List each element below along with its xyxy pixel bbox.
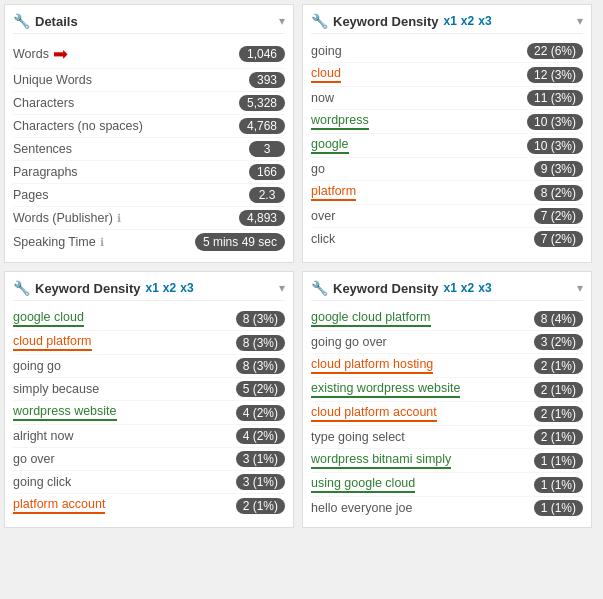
kd3-x1-link[interactable]: x1 [443,281,456,295]
info-icon-speaking[interactable]: ℹ [100,236,104,249]
characters-nospaces-label: Characters (no spaces) [13,119,143,133]
kd-word: click [311,232,335,247]
unique-words-badge: 393 [249,72,285,88]
list-item: going go8 (3%) [13,355,285,378]
kd3-x3-link[interactable]: x3 [478,281,491,295]
kd-badge: 2 (1%) [534,429,583,445]
details-chevron[interactable]: ▾ [279,14,285,28]
speaking-time-label: Speaking Time [13,235,96,249]
kd3-links: x1 x2 x3 [443,281,491,295]
kd-badge: 3 (1%) [236,451,285,467]
kd-word: going click [13,475,71,490]
kd2-title: 🔧 Keyword Density x1 x2 x3 [13,280,194,296]
kd2-panel: 🔧 Keyword Density x1 x2 x3 ▾ google clou… [4,271,294,528]
kd-badge: 4 (2%) [236,428,285,444]
kd-badge: 8 (3%) [236,335,285,351]
kd-word: cloud platform [13,334,92,351]
kd-word: wordpress website [13,404,117,421]
wrench-icon-kd1: 🔧 [311,13,328,29]
paragraphs-badge: 166 [249,164,285,180]
kd-badge: 10 (3%) [527,114,583,130]
info-icon-publisher[interactable]: ℹ [117,212,121,225]
kd-badge: 1 (1%) [534,453,583,469]
kd-badge: 3 (1%) [236,474,285,490]
words-publisher-label: Words (Publisher) [13,211,113,225]
wrench-icon-kd3: 🔧 [311,280,328,296]
kd3-x2-link[interactable]: x2 [461,281,474,295]
kd-word: cloud platform account [311,405,437,422]
words-row: Words ➡ 1,046 [13,40,285,69]
kd2-x1-link[interactable]: x1 [145,281,158,295]
words-publisher-badge: 4,893 [239,210,285,226]
kd-word: going [311,44,342,59]
details-header: 🔧 Details ▾ [13,13,285,34]
kd3-panel: 🔧 Keyword Density x1 x2 x3 ▾ google clou… [302,271,592,528]
kd-badge: 9 (3%) [534,161,583,177]
kd-badge: 8 (4%) [534,311,583,327]
list-item: wordpress website4 (2%) [13,401,285,425]
list-item: using google cloud1 (1%) [311,473,583,497]
kd-word: go over [13,452,55,467]
kd-word: now [311,91,334,106]
kd-word: cloud [311,66,341,83]
kd-badge: 7 (2%) [534,231,583,247]
kd2-x2-link[interactable]: x2 [163,281,176,295]
sentences-label: Sentences [13,142,72,156]
list-item: go over3 (1%) [13,448,285,471]
speaking-time-badge: 5 mins 49 sec [195,233,285,251]
list-item: go9 (3%) [311,158,583,181]
list-item: going click3 (1%) [13,471,285,494]
kd1-chevron[interactable]: ▾ [577,14,583,28]
kd1-title: 🔧 Keyword Density x1 x2 x3 [311,13,492,29]
kd2-links: x1 x2 x3 [145,281,193,295]
kd-badge: 2 (1%) [236,498,285,514]
list-item: cloud12 (3%) [311,63,583,87]
list-item: alright now4 (2%) [13,425,285,448]
list-item: wordpress bitnami simply1 (1%) [311,449,583,473]
pages-badge: 2.3 [249,187,285,203]
kd-badge: 7 (2%) [534,208,583,224]
kd-word: using google cloud [311,476,415,493]
kd3-header: 🔧 Keyword Density x1 x2 x3 ▾ [311,280,583,301]
details-title-text: Details [35,14,78,29]
words-left: Words ➡ [13,43,72,65]
unique-words-row: Unique Words 393 [13,69,285,92]
kd-word: simply because [13,382,99,397]
list-item: existing wordpress website2 (1%) [311,378,583,402]
kd-badge: 8 (3%) [236,311,285,327]
kd-badge: 4 (2%) [236,405,285,421]
kd3-title: 🔧 Keyword Density x1 x2 x3 [311,280,492,296]
kd1-x3-link[interactable]: x3 [478,14,491,28]
kd-word: going go [13,359,61,374]
list-item: google cloud8 (3%) [13,307,285,331]
kd1-x1-link[interactable]: x1 [443,14,456,28]
kd-badge: 1 (1%) [534,477,583,493]
list-item: going22 (6%) [311,40,583,63]
unique-words-label: Unique Words [13,73,92,87]
kd-badge: 1 (1%) [534,500,583,516]
list-item: type going select2 (1%) [311,426,583,449]
paragraphs-label: Paragraphs [13,165,78,179]
kd-word: existing wordpress website [311,381,460,398]
kd1-x2-link[interactable]: x2 [461,14,474,28]
kd-word: platform account [13,497,105,514]
words-label: Words [13,47,49,61]
kd3-chevron[interactable]: ▾ [577,281,583,295]
kd-word: wordpress bitnami simply [311,452,451,469]
characters-badge: 5,328 [239,95,285,111]
list-item: google cloud platform8 (4%) [311,307,583,331]
kd2-rows: google cloud8 (3%)cloud platform8 (3%)go… [13,307,285,517]
arrow-icon: ➡ [53,43,68,65]
kd2-chevron[interactable]: ▾ [279,281,285,295]
kd1-rows: going22 (6%)cloud12 (3%)now11 (3%)wordpr… [311,40,583,250]
wrench-icon-kd2: 🔧 [13,280,30,296]
list-item: click7 (2%) [311,228,583,250]
list-item: google10 (3%) [311,134,583,158]
kd-badge: 8 (2%) [534,185,583,201]
kd-word: hello everyone joe [311,501,412,516]
paragraphs-row: Paragraphs 166 [13,161,285,184]
kd2-x3-link[interactable]: x3 [180,281,193,295]
speaking-time-row: Speaking Time ℹ 5 mins 49 sec [13,230,285,254]
list-item: cloud platform hosting2 (1%) [311,354,583,378]
kd1-title-text: Keyword Density [333,14,438,29]
